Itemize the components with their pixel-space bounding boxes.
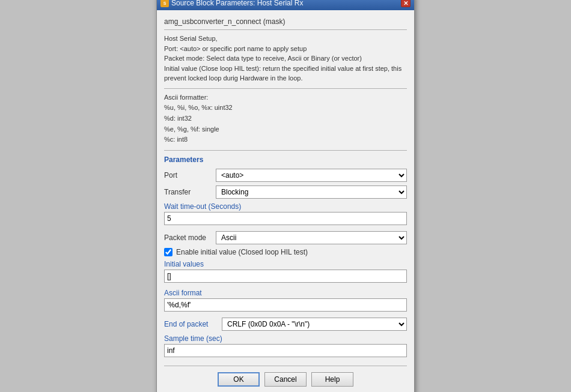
end-of-packet-row: End of packet CRLF (0x0D 0x0A - "\r\n") … xyxy=(164,318,407,331)
end-of-packet-label: End of packet xyxy=(164,320,218,328)
desc-line3: Packet mode: Select data type to receive… xyxy=(164,53,407,64)
wait-timeout-input[interactable] xyxy=(164,212,407,225)
initial-values-label: Initial values xyxy=(164,260,407,268)
dialog-window: S Source Block Parameters: Host Serial R… xyxy=(156,0,415,392)
transfer-row: Transfer Blocking Non-Blocking xyxy=(164,185,407,199)
formatter-header: Ascii formatter: xyxy=(164,92,407,103)
ascii-format-input[interactable] xyxy=(164,298,407,312)
window-icon: S xyxy=(160,0,169,7)
initial-values-input[interactable] xyxy=(164,270,407,283)
mask-label: amg_usbconverter_n_connect (mask) xyxy=(164,15,407,30)
enable-initial-label: Enable initial value (Closed loop HIL te… xyxy=(176,248,308,256)
ascii-format-group: Ascii format xyxy=(164,289,407,315)
port-label: Port xyxy=(164,171,212,179)
ascii-format-label: Ascii format xyxy=(164,289,407,297)
enable-initial-row: Enable initial value (Closed loop HIL te… xyxy=(164,248,407,256)
port-select[interactable]: <auto> COM1 COM2 COM3 xyxy=(216,169,407,182)
formatter-line1: %u, %i, %o, %x: uint32 xyxy=(164,103,407,113)
port-row: Port <auto> COM1 COM2 COM3 xyxy=(164,169,407,182)
enable-initial-checkbox[interactable] xyxy=(164,248,173,256)
params-section-header: Parameters xyxy=(164,155,407,164)
description-block: Host Serial Setup, Port: <auto> or speci… xyxy=(164,34,407,89)
formatter-block: Ascii formatter: %u, %i, %o, %x: uint32 … xyxy=(164,92,407,151)
help-button[interactable]: Help xyxy=(311,372,353,387)
ok-button[interactable]: OK xyxy=(218,372,260,387)
packet-mode-row: Packet mode Ascii Binary xyxy=(164,231,407,244)
button-row: OK Cancel Help xyxy=(164,366,407,391)
close-button[interactable]: ✕ xyxy=(401,0,411,7)
svg-text:S: S xyxy=(163,1,166,5)
title-bar: S Source Block Parameters: Host Serial R… xyxy=(157,0,414,10)
desc-line5: prevent locked loop durig Hardware in th… xyxy=(164,73,407,83)
transfer-label: Transfer xyxy=(164,188,212,196)
cancel-button[interactable]: Cancel xyxy=(264,372,307,387)
desc-line2: Port: <auto> or specific port name to ap… xyxy=(164,44,407,54)
title-bar-left: S Source Block Parameters: Host Serial R… xyxy=(160,0,303,7)
formatter-line2: %d: int32 xyxy=(164,113,407,124)
wait-timeout-group: Wait time-out (Seconds) xyxy=(164,202,407,229)
formatter-line3: %e, %g, %f: single xyxy=(164,124,407,135)
wait-timeout-label: Wait time-out (Seconds) xyxy=(164,202,407,211)
desc-line4: Initial value (Close loop HIL test): ret… xyxy=(164,64,407,74)
desc-line1: Host Serial Setup, xyxy=(164,34,407,44)
window-title: Source Block Parameters: Host Serial Rx xyxy=(171,0,303,7)
initial-values-group: Initial values xyxy=(164,260,407,286)
sample-time-label: Sample time (sec) xyxy=(164,334,407,343)
packet-mode-select[interactable]: Ascii Binary xyxy=(216,231,407,244)
formatter-line4: %c: int8 xyxy=(164,134,407,145)
packet-mode-label: Packet mode xyxy=(164,234,212,242)
dialog-body: amg_usbconverter_n_connect (mask) Host S… xyxy=(157,10,414,392)
sample-time-input[interactable] xyxy=(164,344,407,357)
end-of-packet-select[interactable]: CRLF (0x0D 0x0A - "\r\n") LF (0x0A - "\n… xyxy=(222,318,407,331)
sample-time-group: Sample time (sec) xyxy=(164,334,407,361)
transfer-select[interactable]: Blocking Non-Blocking xyxy=(216,185,407,199)
